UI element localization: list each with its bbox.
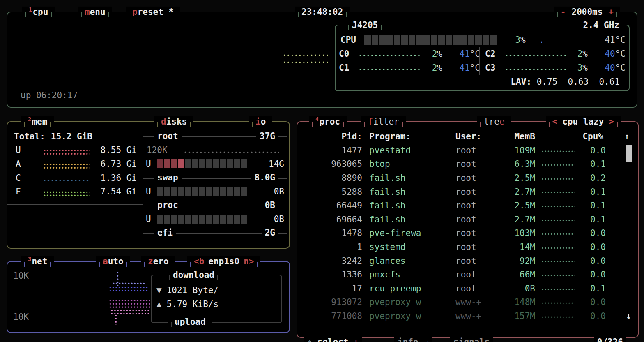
table-row[interactable]: 1336pmxcfsroot66M0.0 <box>305 268 630 282</box>
core-row-1-3: C1 2% 41°C C3 3% 40°C <box>339 61 626 75</box>
core-name: C3 <box>485 63 504 73</box>
table-row[interactable]: 1478pve-firewaroot103M0.0 <box>305 226 630 240</box>
scroll-down-arrow[interactable]: ↓ <box>626 311 631 321</box>
clock: 23:48:02 <box>295 7 350 17</box>
process-name: btop <box>369 159 455 169</box>
table-row[interactable]: 913072pveproxy wwww-+148M0.0 <box>305 296 630 310</box>
process-cpu: 0.0 <box>581 146 630 155</box>
core-name: C2 <box>485 49 504 59</box>
table-row[interactable]: 963065btoproot6.3M0.1 <box>305 157 630 171</box>
disk-root-io: 120K <box>143 143 289 157</box>
mem-box-toggle[interactable]: 2mem <box>21 116 54 127</box>
disk-size: 37G <box>256 131 278 141</box>
lav-label: LAV: <box>511 77 531 87</box>
table-row[interactable]: 69664fail.shroot2.7M0.1 <box>305 213 630 226</box>
process-mem: 0B <box>505 284 535 293</box>
process-scrollbar[interactable] <box>626 145 632 162</box>
disk-swap-used: U 0B <box>143 185 289 199</box>
column-program[interactable]: Program: <box>369 132 455 141</box>
table-row[interactable]: 1systemdroot14M0.0 <box>305 240 630 254</box>
process-name: pveproxy w <box>369 311 455 321</box>
net-interface-switch[interactable]: <benp1s0n> <box>187 256 260 267</box>
net-zero-toggle[interactable]: zero <box>141 256 175 267</box>
process-user: root <box>455 242 505 252</box>
cpu-total-row: CPU 3 % 41°C <box>339 33 626 47</box>
net-upload-dots <box>109 300 150 309</box>
column-cpu[interactable]: Cpu% <box>581 132 621 141</box>
interval-decrease-button[interactable]: - <box>561 7 566 17</box>
table-row[interactable]: 8890fail.shroot2.5M0.2 <box>305 171 630 185</box>
mem-available-dots <box>44 164 90 170</box>
tree-toggle[interactable]: tree <box>477 116 511 127</box>
column-pid[interactable]: Pid: <box>305 132 362 141</box>
io-mode-toggle[interactable]: io <box>249 116 272 127</box>
process-cpu-graph-dots <box>535 226 581 240</box>
disks-list: root 37G 120K U 14G swap 8.0G U 0B <box>143 129 289 240</box>
process-pid: 66449 <box>305 201 362 210</box>
process-name: fail.sh <box>369 201 455 210</box>
process-pid: 913072 <box>305 297 362 307</box>
process-mem: 6.3M <box>505 159 535 169</box>
table-row[interactable]: 5288fail.shroot2.7M0.1 <box>305 185 630 199</box>
enter-icon: ↵ <box>423 337 429 342</box>
sort-selector[interactable]: <cpu lazy> <box>546 116 621 127</box>
table-row[interactable]: 17rcu_preemproot0B0.1 <box>305 282 630 296</box>
sort-next-button[interactable]: > <box>609 116 614 127</box>
process-cpu-graph-dots <box>535 309 581 323</box>
disk-name: efi <box>154 228 176 238</box>
process-name: pve-firewa <box>369 228 455 238</box>
preset-button[interactable]: preset * <box>126 7 180 17</box>
info-button[interactable]: info↵ <box>394 337 432 342</box>
net-box-toggle[interactable]: 3net <box>21 256 54 267</box>
net-upload-dots <box>115 314 118 325</box>
cpu-box-toggle[interactable]: 1cpu <box>22 7 55 17</box>
interval-increase-button[interactable]: + <box>608 7 614 17</box>
download-speed-row: ▼ 1021 Byte/ <box>156 285 218 295</box>
disks-toggle[interactable]: disks <box>154 116 193 127</box>
menu-button[interactable]: menu <box>78 7 112 17</box>
process-cpu: 0.2 <box>581 173 630 183</box>
process-user: root <box>455 284 505 293</box>
process-cpu: 0.1 <box>581 187 630 197</box>
cpu-total-label: CPU <box>339 35 364 45</box>
process-cpu-graph-dots <box>535 185 581 199</box>
cpu-hotkey: 1 <box>29 4 32 15</box>
process-cpu-graph-dots <box>535 254 581 268</box>
process-cpu: 0.0 <box>581 242 630 252</box>
process-cpu: 0.1 <box>581 159 630 169</box>
process-user: root <box>455 173 505 183</box>
proc-box-toggle[interactable]: 4proc <box>309 116 347 127</box>
interval-value: 2000ms <box>571 7 603 17</box>
disk-size: 2G <box>262 228 278 238</box>
process-cpu-graph-dots <box>535 143 581 157</box>
mem-cached-dots <box>44 180 90 183</box>
table-row[interactable]: 771008pveproxy wwww-+157M0.0 <box>305 309 630 323</box>
mem-free-dots <box>44 191 90 198</box>
net-auto-toggle[interactable]: auto <box>96 256 130 267</box>
process-name: pveproxy w <box>369 297 455 307</box>
load-average-row: LAV: 0.75 0.63 0.61 <box>339 75 626 89</box>
table-row[interactable]: 1477pvestatdroot109M0.0 <box>305 143 630 157</box>
process-user: www-+ <box>455 311 505 321</box>
process-name: rcu_preemp <box>369 284 455 293</box>
sort-prev-button[interactable]: < <box>552 116 558 127</box>
net-box: 3net auto zero <benp1s0n> 10K 10K downlo… <box>7 261 290 333</box>
process-user: root <box>455 215 505 224</box>
process-mem: 148M <box>505 297 535 307</box>
mem-used-value: 8.55 Gi <box>100 145 137 155</box>
sort-direction-arrow[interactable]: ↑ <box>621 132 630 141</box>
select-control[interactable]: ↑select↓ <box>304 337 362 342</box>
column-user[interactable]: User: <box>455 132 505 141</box>
column-mem[interactable]: MemB <box>505 132 535 141</box>
disk-used-value: 0B <box>274 187 284 196</box>
process-name: fail.sh <box>369 187 455 197</box>
net-next-button[interactable]: n> <box>244 256 254 267</box>
process-cpu-graph-dots <box>535 296 581 310</box>
filter-button[interactable]: filter <box>361 116 406 127</box>
net-box-title: net <box>32 256 47 267</box>
table-row[interactable]: 3242glancesroot92M0.0 <box>305 254 630 268</box>
table-row[interactable]: 66449fail.shroot2.5M0.1 <box>305 199 630 213</box>
net-prev-button[interactable]: <b <box>194 256 204 267</box>
process-pid: 1336 <box>305 270 362 280</box>
signals-button[interactable]: signals <box>450 337 493 342</box>
